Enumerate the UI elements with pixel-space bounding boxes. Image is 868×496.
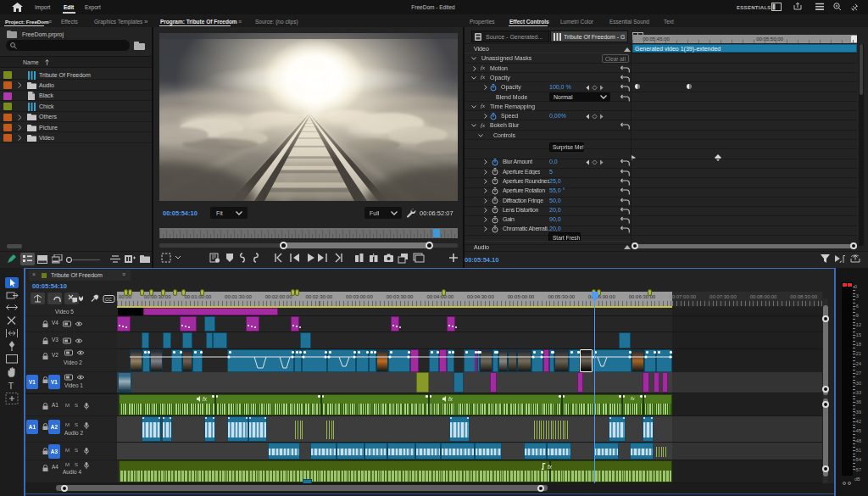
svg-text:fx: fx [548, 464, 553, 470]
svg-text:fx: fx [203, 396, 208, 402]
svg-text:T: T [8, 381, 14, 391]
svg-text:CC: CC [105, 297, 112, 302]
svg-text:fx: fx [448, 396, 453, 402]
